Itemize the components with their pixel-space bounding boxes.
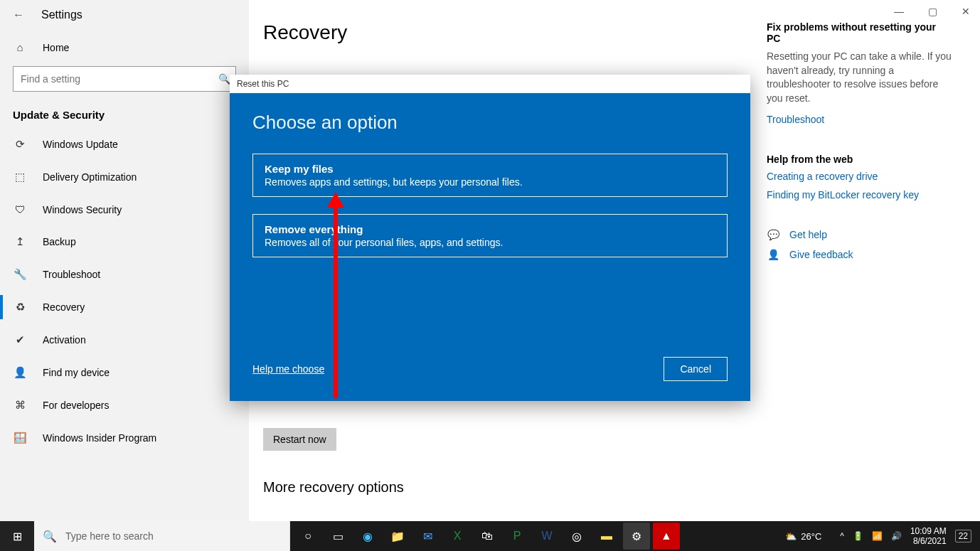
sidebar-item-label: Windows Insider Program	[43, 432, 156, 444]
explorer-icon[interactable]: 📁	[384, 523, 411, 550]
back-button[interactable]: ←	[13, 9, 24, 21]
task-view-icon[interactable]: ▭	[324, 523, 351, 550]
sidebar-item-home[interactable]: ⌂ Home	[0, 31, 249, 63]
sidebar-item-activation[interactable]: ✔ Activation	[0, 323, 249, 356]
sidebar-item-label: Delivery Optimization	[43, 171, 137, 183]
tray-volume-icon[interactable]: 🔊	[891, 531, 902, 541]
weather-icon: ⛅	[785, 531, 797, 542]
right-info-pane: Fix problems without resetting your PC R…	[745, 21, 952, 514]
backup-icon: ↥	[13, 235, 27, 248]
person-icon: 👤	[13, 366, 27, 379]
sync-icon: ⟳	[13, 138, 27, 151]
web-link-recovery-drive[interactable]: Creating a recovery drive	[767, 171, 952, 182]
more-recovery-heading: More recovery options	[263, 479, 745, 496]
home-icon: ⌂	[13, 41, 27, 53]
weather-widget[interactable]: ⛅ 26°C	[779, 531, 827, 542]
sidebar-category: Update & Security	[0, 99, 249, 128]
mail-icon[interactable]: ✉	[414, 523, 441, 550]
option-desc: Removes all of your personal files, apps…	[265, 237, 715, 248]
taskbar-time: 10:09 AM	[910, 526, 947, 536]
excel-icon[interactable]: X	[444, 523, 471, 550]
sidebar-item-insider[interactable]: 🪟 Windows Insider Program	[0, 422, 249, 454]
restart-now-button[interactable]: Restart now	[263, 428, 336, 451]
sidebar-item-label: Windows Security	[43, 204, 122, 215]
weather-temp: 26°C	[801, 531, 821, 542]
sidebar-item-backup[interactable]: ↥ Backup	[0, 225, 249, 258]
taskbar: ⊞ 🔍 Type here to search ○ ▭ ◉ 📁 ✉ X 🛍 P …	[0, 521, 980, 551]
pdf-icon[interactable]: ▲	[653, 523, 680, 550]
tray-chevron-icon[interactable]: ^	[840, 531, 844, 541]
sidebar-item-recovery[interactable]: ♻ Recovery	[0, 291, 249, 323]
option-title: Keep my files	[265, 163, 715, 175]
feedback-icon: 👤	[767, 249, 779, 260]
sidebar-item-find-my-device[interactable]: 👤 Find my device	[0, 356, 249, 389]
troubleshoot-link[interactable]: Troubleshoot	[767, 114, 952, 125]
tray-wifi-icon[interactable]: 📶	[872, 531, 883, 541]
sidebar-item-windows-update[interactable]: ⟳ Windows Update	[0, 128, 249, 161]
cancel-button[interactable]: Cancel	[664, 357, 728, 381]
get-help-link[interactable]: Get help	[789, 229, 827, 240]
sidebar-item-label: Troubleshoot	[43, 269, 100, 280]
fix-text: Resetting your PC can take a while. If y…	[767, 50, 952, 105]
cortana-icon[interactable]: ○	[294, 523, 321, 550]
give-feedback-link[interactable]: Give feedback	[789, 249, 853, 260]
sidebar-item-label: Recovery	[43, 301, 85, 313]
search-icon: 🔍	[43, 530, 57, 543]
project-icon[interactable]: P	[504, 523, 531, 550]
taskbar-search[interactable]: 🔍 Type here to search	[34, 521, 290, 551]
option-title: Remove everything	[265, 223, 715, 235]
settings-search-input[interactable]	[13, 66, 236, 92]
app-icon[interactable]: ▬	[593, 523, 620, 550]
edge-icon[interactable]: ◉	[354, 523, 381, 550]
insider-icon: 🪟	[13, 432, 27, 444]
shield-icon: 🛡	[13, 203, 27, 215]
sidebar-item-delivery-optimization[interactable]: ⬚ Delivery Optimization	[0, 161, 249, 193]
reset-pc-dialog: Reset this PC Choose an option Keep my f…	[230, 75, 750, 401]
sidebar-item-label: Home	[43, 42, 69, 53]
start-button[interactable]: ⊞	[0, 521, 34, 551]
taskbar-date: 8/6/2021	[910, 536, 947, 546]
dialog-titlebar: Reset this PC	[230, 75, 750, 93]
settings-sidebar: ← Settings ⌂ Home 🔍 Update & Security ⟳ …	[0, 0, 249, 521]
sidebar-item-label: For developers	[43, 400, 109, 411]
sidebar-item-label: Activation	[43, 334, 86, 346]
store-icon[interactable]: 🛍	[474, 523, 501, 550]
sidebar-item-for-developers[interactable]: ⌘ For developers	[0, 389, 249, 422]
settings-taskbar-icon[interactable]: ⚙	[623, 523, 650, 550]
delivery-icon: ⬚	[13, 171, 27, 183]
dialog-heading: Choose an option	[252, 112, 728, 134]
recovery-icon: ♻	[13, 301, 27, 314]
option-remove-everything[interactable]: Remove everything Removes all of your pe…	[252, 214, 728, 257]
sidebar-item-label: Find my device	[43, 367, 110, 378]
web-heading: Help from the web	[767, 154, 952, 165]
dev-icon: ⌘	[13, 399, 27, 412]
option-keep-my-files[interactable]: Keep my files Removes apps and settings,…	[252, 154, 728, 197]
tray-battery-icon[interactable]: 🔋	[853, 531, 863, 541]
wrench-icon: 🔧	[13, 268, 27, 281]
taskbar-search-placeholder: Type here to search	[65, 530, 154, 542]
window-title: Settings	[41, 9, 82, 21]
chrome-icon[interactable]: ◎	[563, 523, 590, 550]
page-title: Recovery	[263, 21, 745, 44]
sidebar-item-troubleshoot[interactable]: 🔧 Troubleshoot	[0, 258, 249, 291]
help-me-choose-link[interactable]: Help me choose	[252, 363, 324, 375]
option-desc: Removes apps and settings, but keeps you…	[265, 176, 715, 188]
search-icon: 🔍	[218, 73, 230, 85]
sidebar-item-windows-security[interactable]: 🛡 Windows Security	[0, 193, 249, 225]
sidebar-item-label: Windows Update	[43, 139, 118, 150]
help-icon: 💬	[767, 229, 779, 240]
web-link-bitlocker[interactable]: Finding my BitLocker recovery key	[767, 189, 952, 200]
fix-heading: Fix problems without resetting your PC	[767, 21, 952, 44]
notifications-button[interactable]: 22	[955, 530, 971, 542]
check-icon: ✔	[13, 333, 27, 346]
word-icon[interactable]: W	[533, 523, 560, 550]
taskbar-clock[interactable]: 10:09 AM 8/6/2021	[910, 526, 947, 547]
sidebar-item-label: Backup	[43, 236, 76, 247]
